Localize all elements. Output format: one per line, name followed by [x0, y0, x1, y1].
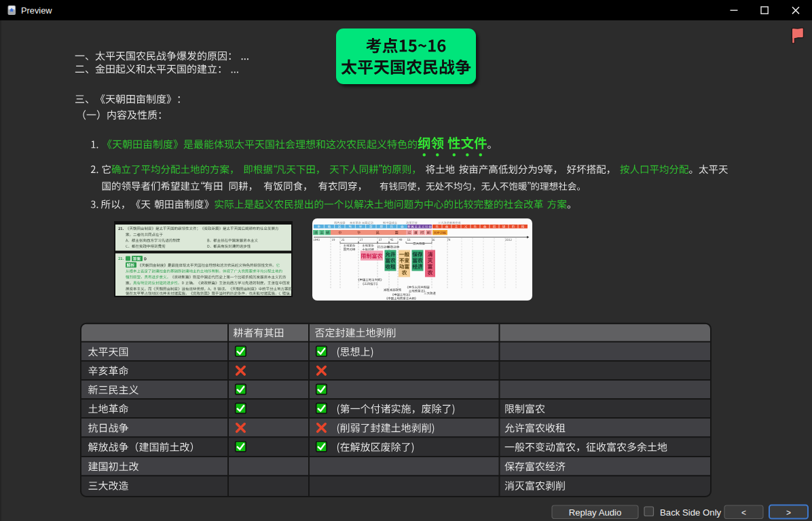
- svg-text:Preview: Preview: [21, 5, 52, 16]
- svg-text:>: >: [786, 508, 791, 518]
- svg-text:Back Side Only: Back Side Only: [660, 507, 722, 518]
- svg-text:Replay Audio: Replay Audio: [569, 507, 622, 518]
- svg-text:<: <: [741, 508, 746, 518]
